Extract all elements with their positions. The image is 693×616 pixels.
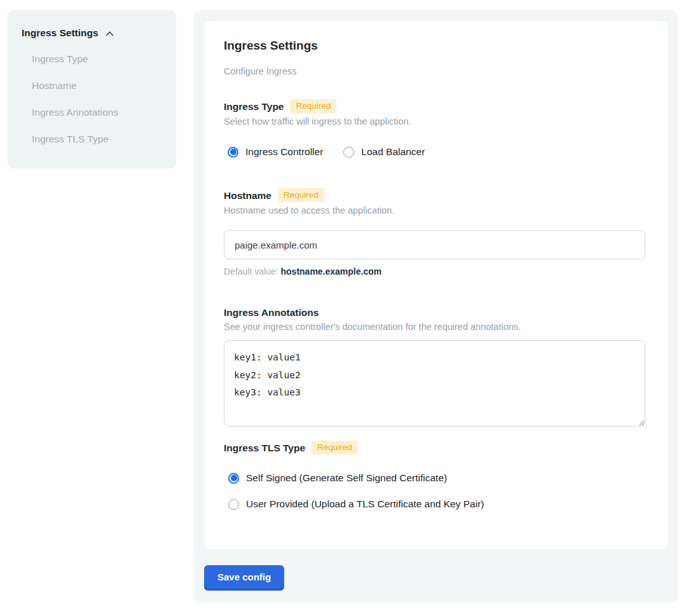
ingress-annotations-textarea[interactable]: key1: value1 key2: value2 key3: value3	[224, 340, 645, 427]
ingress-annotations-label: Ingress Annotations	[224, 306, 319, 318]
save-config-button[interactable]: Save config	[204, 565, 284, 589]
default-value-label: Default value:	[224, 266, 278, 277]
sidebar-section-title: Ingress Settings	[22, 27, 99, 39]
card-subtitle: Configure Ingress	[224, 66, 648, 76]
sidebar-item-ingress-tls-type[interactable]: Ingress TLS Type	[32, 134, 162, 144]
hostname-input[interactable]	[224, 230, 645, 259]
section-ingress-type: Ingress Type Required Select how traffic…	[224, 99, 648, 158]
radio-option-user-provided[interactable]: User Provided (Upload a TLS Certificate …	[228, 498, 648, 510]
sidebar-item-ingress-type[interactable]: Ingress Type	[32, 54, 162, 64]
ingress-type-description: Select how traffic will ingress to the a…	[224, 116, 648, 127]
sidebar-item-list: Ingress Type Hostname Ingress Annotation…	[32, 54, 162, 144]
section-ingress-tls-type: Ingress TLS Type Required Self Signed (G…	[224, 441, 648, 510]
section-ingress-annotations: Ingress Annotations See your ingress con…	[224, 306, 648, 427]
radio-button-icon	[228, 473, 239, 484]
radio-option-label: Ingress Controller	[245, 146, 323, 158]
ingress-type-radio-group: Ingress Controller Load Balancer	[228, 146, 648, 158]
ingress-tls-type-label: Ingress TLS Type	[224, 442, 305, 454]
sidebar-item-ingress-annotations[interactable]: Ingress Annotations	[32, 107, 162, 118]
radio-option-ingress-controller[interactable]: Ingress Controller	[228, 146, 323, 158]
radio-button-icon	[228, 147, 238, 158]
chevron-up-icon	[104, 28, 115, 39]
required-badge: Required	[312, 441, 358, 455]
radio-option-self-signed[interactable]: Self Signed (Generate Self Signed Certif…	[228, 472, 648, 484]
required-badge: Required	[290, 99, 336, 113]
hostname-description: Hostname used to access the application.	[224, 205, 648, 216]
radio-option-load-balancer[interactable]: Load Balancer	[343, 146, 425, 158]
hostname-label: Hostname	[224, 189, 271, 202]
sidebar-item-hostname[interactable]: Hostname	[32, 81, 162, 91]
hostname-default-row: Default value: hostname.example.com	[224, 266, 648, 277]
sidebar-section-toggle[interactable]: Ingress Settings	[22, 27, 162, 39]
radio-button-icon	[228, 499, 239, 510]
ingress-annotations-description: See your ingress controller's documentat…	[224, 322, 648, 332]
section-hostname: Hostname Required Hostname used to acces…	[224, 188, 648, 277]
required-badge: Required	[278, 188, 324, 202]
radio-button-icon	[343, 147, 354, 158]
card-title: Ingress Settings	[224, 38, 648, 53]
radio-option-label: Load Balancer	[361, 146, 425, 158]
radio-option-label: Self Signed (Generate Self Signed Certif…	[246, 472, 447, 484]
ingress-type-label: Ingress Type	[224, 100, 284, 113]
sidebar-nav: Ingress Settings Ingress Type Hostname I…	[8, 10, 176, 168]
default-value-text: hostname.example.com	[281, 266, 382, 277]
radio-option-label: User Provided (Upload a TLS Certificate …	[246, 498, 484, 510]
settings-panel: Ingress Settings Configure Ingress Ingre…	[194, 10, 678, 603]
ingress-settings-card: Ingress Settings Configure Ingress Ingre…	[204, 21, 668, 549]
